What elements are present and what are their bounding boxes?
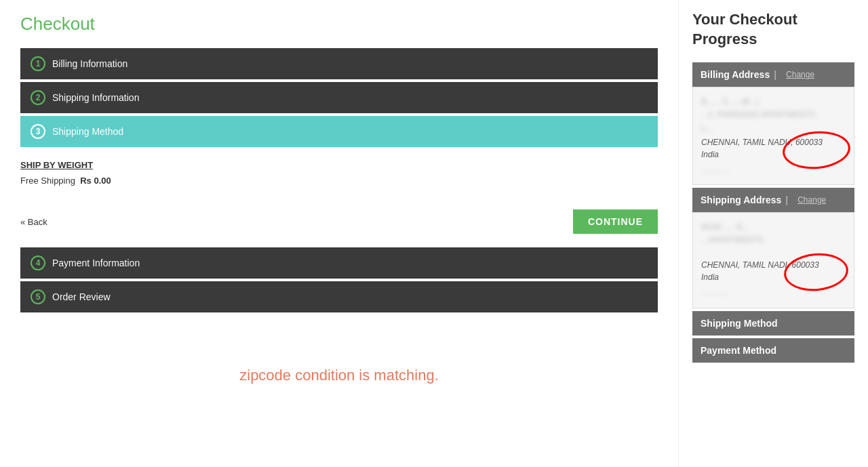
- shipping-address-label: Shipping Address: [701, 195, 781, 205]
- step-3-shipping-method[interactable]: 3 Shipping Method: [20, 116, 658, 147]
- shipping-address-country: India: [701, 272, 846, 282]
- separator-1: |: [774, 69, 776, 80]
- ship-by-weight-title: SHIP BY WEIGHT: [20, 160, 658, 170]
- separator-2: |: [785, 195, 788, 205]
- sidebar-title: Your Checkout Progress: [692, 10, 854, 49]
- shipping-address-city-wrapper: CHENNAI, TAMIL NADI, 600033 India: [701, 260, 846, 282]
- billing-address-line2: ...2, PANNANGI APARTMENTS: [701, 108, 846, 121]
- step-5-number: 5: [31, 289, 45, 304]
- step-1-billing[interactable]: 1 Billing Information: [20, 48, 658, 79]
- page-container: Checkout 1 Billing Information 2 Shippin…: [0, 0, 868, 467]
- back-link[interactable]: « Back: [20, 217, 47, 227]
- billing-address-line1: B...... S..... (B...): [701, 96, 846, 108]
- step-1-number: 1: [31, 56, 45, 71]
- shipping-address-line2: ...APARTMENTS: [701, 234, 846, 247]
- page-title: Checkout: [20, 14, 658, 35]
- shipping-address-header: Shipping Address | Change: [692, 188, 854, 212]
- shipping-address-line1: MUM...... N...: [701, 221, 846, 234]
- sidebar-shipping-method-label: Shipping Method: [701, 318, 778, 329]
- step-2-number: 2: [31, 90, 45, 105]
- shipping-address-box: MUM...... N... ...APARTMENTS CHENNAI, TA…: [692, 212, 854, 308]
- step-4-label: Payment Information: [52, 258, 140, 268]
- annotation-text: zipcode condition is matching.: [20, 367, 658, 384]
- step-2-label: Shipping Information: [52, 92, 139, 103]
- billing-address-city: CHENNAI, TAMIL NADU, 600033: [701, 138, 846, 147]
- sidebar: Your Checkout Progress Billing Address |…: [678, 0, 868, 467]
- billing-change-link[interactable]: Change: [786, 70, 814, 79]
- shipping-address-extra: ............: [701, 286, 846, 299]
- billing-address-line3: L...: [701, 122, 846, 135]
- shipping-section: SHIP BY WEIGHT Free Shipping Rs 0.00: [20, 150, 658, 206]
- shipping-change-link[interactable]: Change: [797, 195, 826, 205]
- sidebar-payment-method-label: Payment Method: [701, 345, 776, 356]
- step-1-label: Billing Information: [52, 58, 127, 69]
- main-content: Checkout 1 Billing Information 2 Shippin…: [0, 0, 678, 467]
- free-shipping-label: Free Shipping: [20, 176, 75, 186]
- billing-address-extra: ............: [701, 163, 846, 176]
- nav-buttons: « Back CONTINUE: [20, 206, 658, 247]
- sidebar-shipping-method: Shipping Method: [692, 311, 854, 336]
- step-4-number: 4: [31, 256, 45, 270]
- step-3-label: Shipping Method: [52, 126, 123, 137]
- step-3-number: 3: [31, 124, 45, 139]
- step-5-review[interactable]: 5 Order Review: [20, 281, 658, 312]
- billing-address-country: India: [701, 150, 846, 159]
- billing-address-section: Billing Address | Change B...... S..... …: [692, 62, 854, 185]
- billing-address-box: B...... S..... (B...) ...2, PANNANGI APA…: [692, 87, 854, 185]
- billing-address-label: Billing Address: [701, 69, 770, 80]
- shipping-price: Rs 0.00: [80, 176, 111, 186]
- continue-button[interactable]: CONTINUE: [573, 209, 658, 234]
- sidebar-payment-method: Payment Method: [692, 338, 854, 363]
- shipping-address-city: CHENNAI, TAMIL NADI, 600033: [701, 260, 846, 270]
- step-2-shipping-info[interactable]: 2 Shipping Information: [20, 82, 658, 113]
- step-4-payment[interactable]: 4 Payment Information: [20, 247, 658, 279]
- step-5-label: Order Review: [52, 291, 111, 302]
- shipping-address-section: Shipping Address | Change MUM...... N...…: [692, 188, 854, 308]
- free-shipping-info: Free Shipping Rs 0.00: [20, 176, 658, 186]
- billing-address-header: Billing Address | Change: [692, 62, 854, 87]
